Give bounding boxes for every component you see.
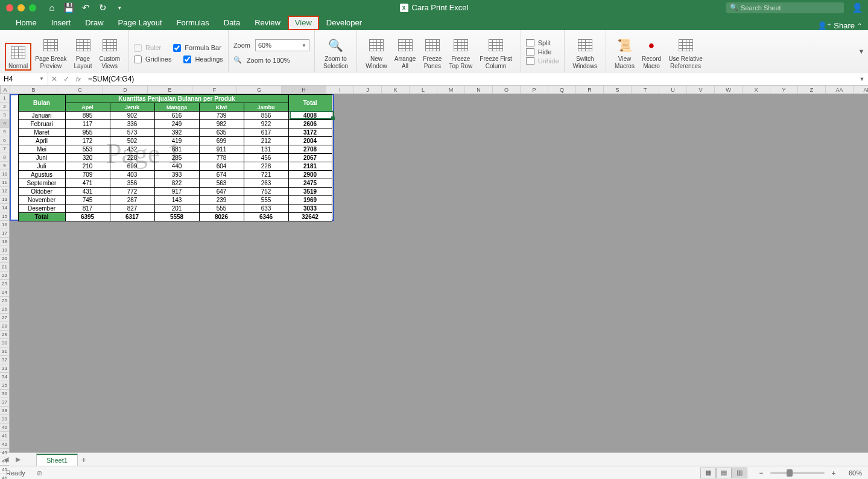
ribbon-expand-icon[interactable]: ▼	[855, 30, 868, 72]
ribbon-collapse-icon[interactable]: ⌃	[857, 22, 862, 29]
row-header-9[interactable]: 9	[0, 162, 9, 170]
row-header-41[interactable]: 41	[0, 432, 9, 440]
row-header-8[interactable]: 8	[0, 153, 9, 162]
col-header-N[interactable]: N	[465, 86, 493, 94]
row-header-43[interactable]: 43	[0, 449, 9, 457]
row-header-11[interactable]: 11	[0, 179, 9, 187]
row-header-27[interactable]: 27	[0, 314, 9, 322]
col-header-D[interactable]: D	[103, 86, 148, 94]
row-header-39[interactable]: 39	[0, 415, 9, 423]
maximize-window-button[interactable]	[29, 4, 36, 11]
row-header-34[interactable]: 34	[0, 373, 9, 381]
row-header-12[interactable]: 12	[0, 187, 9, 195]
row-header-33[interactable]: 33	[0, 364, 9, 373]
col-header-B[interactable]: B	[10, 86, 57, 94]
col-header-AB[interactable]: AB	[854, 86, 868, 94]
home-icon[interactable]: ⌂	[47, 3, 57, 13]
search-box[interactable]: 🔍	[726, 2, 844, 13]
close-window-button[interactable]	[6, 4, 13, 11]
tab-page-layout[interactable]: Page Layout	[111, 16, 169, 30]
freeze-toprow-button[interactable]: Freeze Top Row	[445, 36, 476, 71]
switch-windows-button[interactable]: Switch Windows	[569, 36, 601, 71]
cancel-formula-button[interactable]: ✕	[48, 75, 60, 83]
row-header-29[interactable]: 29	[0, 331, 9, 339]
row-header-42[interactable]: 42	[0, 440, 9, 449]
tab-draw[interactable]: Draw	[78, 16, 110, 30]
col-header-I[interactable]: I	[326, 86, 354, 94]
normal-view-button[interactable]: Normal	[5, 43, 31, 71]
freeze-panes-button[interactable]: Freeze Panes	[419, 36, 445, 71]
row-header-26[interactable]: 26	[0, 305, 9, 314]
relative-ref-button[interactable]: Use Relative References	[665, 36, 706, 71]
row-header-44[interactable]: 44	[0, 457, 9, 466]
add-sheet-button[interactable]: +	[78, 455, 90, 465]
row-header-28[interactable]: 28	[0, 322, 9, 331]
hide-button[interactable]: Hide	[526, 48, 559, 56]
cells-area[interactable]: Page 1 BulanKuantitas Penjualan Bulanan …	[10, 94, 868, 452]
gridlines-checkbox[interactable]: Gridlines	[134, 56, 171, 63]
col-header-R[interactable]: R	[576, 86, 604, 94]
row-header-45[interactable]: 45	[0, 466, 9, 474]
row-header-4[interactable]: 4	[0, 119, 9, 128]
zoom-100-button[interactable]: 🔍 Zoom to 100%	[233, 56, 290, 64]
col-header-W[interactable]: W	[715, 86, 743, 94]
row-header-21[interactable]: 21	[0, 263, 9, 271]
pagebreak-view-sb-button[interactable]: ▥	[732, 468, 747, 478]
col-header-Q[interactable]: Q	[548, 86, 576, 94]
zoom-out-button[interactable]: −	[757, 469, 765, 477]
row-header-18[interactable]: 18	[0, 238, 9, 246]
col-header-G[interactable]: G	[237, 86, 282, 94]
row-header-38[interactable]: 38	[0, 407, 9, 415]
record-macro-button[interactable]: ●Record Macro	[638, 36, 665, 71]
col-header-X[interactable]: X	[743, 86, 770, 94]
row-header-36[interactable]: 36	[0, 390, 9, 398]
row-header-40[interactable]: 40	[0, 423, 9, 432]
tab-developer[interactable]: Developer	[319, 16, 369, 30]
ruler-checkbox[interactable]: Ruler	[134, 44, 161, 52]
custom-views-button[interactable]: Custom Views	[96, 36, 124, 71]
row-header-23[interactable]: 23	[0, 280, 9, 288]
col-header-AA[interactable]: AA	[826, 86, 854, 94]
freeze-firstcol-button[interactable]: Freeze First Column	[476, 36, 515, 71]
expand-formula-icon[interactable]: ▼	[856, 76, 868, 82]
search-input[interactable]	[741, 4, 840, 11]
normal-view-sb-button[interactable]: ▦	[700, 468, 716, 478]
name-box[interactable]: H4▼	[0, 72, 48, 85]
col-header-T[interactable]: T	[632, 86, 659, 94]
row-header-31[interactable]: 31	[0, 347, 9, 356]
minimize-window-button[interactable]	[17, 4, 25, 11]
tab-home[interactable]: Home	[8, 16, 44, 30]
tab-data[interactable]: Data	[217, 16, 247, 30]
row-header-20[interactable]: 20	[0, 255, 9, 263]
col-header-F[interactable]: F	[192, 86, 237, 94]
col-header-H[interactable]: H	[282, 86, 326, 94]
zoom-dropdown[interactable]: 60%▼	[255, 39, 309, 51]
col-header-C[interactable]: C	[57, 86, 103, 94]
view-macros-button[interactable]: 📜View Macros	[611, 36, 638, 71]
col-header-A[interactable]: A	[1, 86, 10, 94]
split-button[interactable]: Split	[526, 39, 559, 46]
sheet-nav-next[interactable]: ▶	[12, 455, 24, 463]
row-header-5[interactable]: 5	[0, 128, 9, 136]
row-header-2[interactable]: 2	[0, 103, 9, 111]
undo-icon[interactable]: ↶	[81, 3, 90, 13]
row-header-22[interactable]: 22	[0, 271, 9, 280]
col-header-P[interactable]: P	[521, 86, 548, 94]
col-header-J[interactable]: J	[354, 86, 382, 94]
arrange-all-button[interactable]: Arrange All	[391, 36, 420, 71]
col-header-V[interactable]: V	[687, 86, 715, 94]
col-header-Y[interactable]: Y	[770, 86, 798, 94]
row-header-14[interactable]: 14	[0, 204, 9, 212]
row-header-15[interactable]: 15	[0, 212, 9, 221]
zoom-selection-button[interactable]: 🔍 Zoom to Selection	[320, 36, 352, 71]
col-header-E[interactable]: E	[148, 86, 192, 94]
col-header-M[interactable]: M	[437, 86, 465, 94]
user-icon[interactable]: 👤	[852, 2, 863, 13]
row-header-32[interactable]: 32	[0, 356, 9, 364]
macro-status-icon[interactable]: ⎚	[37, 469, 42, 477]
headings-checkbox[interactable]: Headings	[183, 56, 223, 63]
redo-icon[interactable]: ↻	[98, 3, 107, 13]
col-header-L[interactable]: L	[410, 86, 437, 94]
row-header-19[interactable]: 19	[0, 246, 9, 255]
pagelayout-view-sb-button[interactable]: ▤	[716, 468, 732, 478]
